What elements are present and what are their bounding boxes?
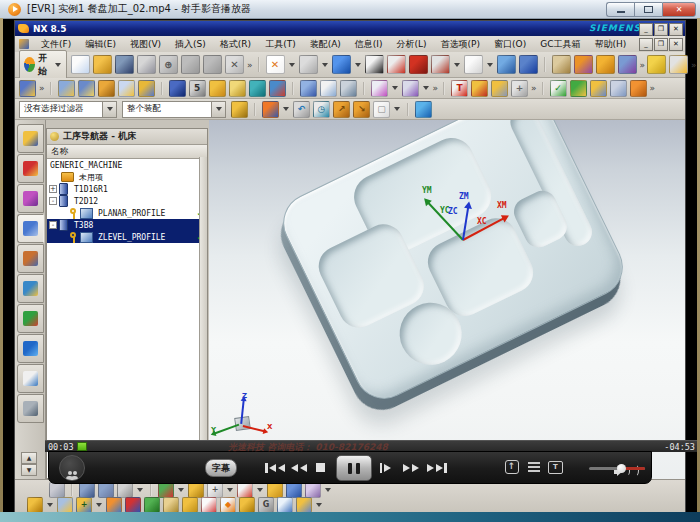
tree-row-planar-profile[interactable]: PLANAR_PROFILE ✓ xyxy=(47,207,207,219)
box-gold-plus-icon[interactable]: + xyxy=(76,497,92,513)
nx-minimize-button[interactable]: _ xyxy=(639,23,653,36)
navigator-column-header[interactable]: 名称 xyxy=(47,145,207,159)
print-icon[interactable] xyxy=(137,55,156,74)
dropdown-caret-icon[interactable] xyxy=(96,503,102,507)
cube-blue-icon[interactable] xyxy=(286,482,302,498)
tray-model[interactable] xyxy=(273,120,633,409)
dropdown-caret-icon[interactable] xyxy=(355,63,361,67)
generate-icon[interactable] xyxy=(169,80,186,97)
cut-disabled-icon[interactable] xyxy=(181,55,200,74)
sketch-icon[interactable] xyxy=(299,55,318,74)
dropdown-caret-icon[interactable] xyxy=(257,488,263,492)
playlist-button[interactable] xyxy=(526,460,541,474)
cam-axis-icon[interactable] xyxy=(19,80,36,97)
dropdown-caret-icon[interactable] xyxy=(454,63,460,67)
menu-assemblies[interactable]: 装配(A) xyxy=(303,38,348,51)
select-cursor-icon[interactable] xyxy=(371,80,388,97)
dropdown-caret-icon[interactable] xyxy=(178,488,184,492)
pan-view-icon[interactable] xyxy=(497,55,516,74)
tree-row-t2d12[interactable]: - T2D12 xyxy=(47,195,207,207)
new-part-icon[interactable] xyxy=(71,55,90,74)
cube-gold-plus-icon[interactable] xyxy=(57,497,73,513)
show-tool-path-icon[interactable] xyxy=(58,80,75,97)
plus-gray-icon[interactable]: + xyxy=(511,80,528,97)
progress-indicator[interactable] xyxy=(77,442,87,451)
pencil-orange-icon[interactable] xyxy=(106,497,122,513)
toolbar-overflow-button[interactable]: » xyxy=(650,83,655,93)
user-avatar-button[interactable] xyxy=(59,455,85,481)
menu-tools[interactable]: 工具(T) xyxy=(258,38,303,51)
stamp-gray-icon[interactable] xyxy=(49,482,65,498)
magnify-gold-icon[interactable] xyxy=(163,497,179,513)
diamond-orange-icon[interactable]: ◆ xyxy=(220,497,236,513)
machine-tool-navigator-tab[interactable] xyxy=(17,244,44,273)
verify-tool-path-icon[interactable] xyxy=(98,80,115,97)
arrow-down-icon[interactable]: ↘ xyxy=(353,101,370,118)
simulate-icon[interactable] xyxy=(118,80,135,97)
close-button[interactable]: ✕ xyxy=(662,2,696,17)
screenshot-button[interactable]: T xyxy=(548,460,563,474)
dropdown-caret-icon[interactable] xyxy=(227,488,233,492)
hook-gold-icon[interactable] xyxy=(239,497,255,513)
find-icon[interactable] xyxy=(618,55,637,74)
postprocess-icon[interactable] xyxy=(138,80,155,97)
part-navigator-tab[interactable] xyxy=(17,184,44,213)
menu-view[interactable]: 视图(V) xyxy=(123,38,168,51)
rewind-button[interactable] xyxy=(289,459,309,476)
reuse-library-tab[interactable] xyxy=(17,304,44,333)
menu-help[interactable]: 帮助(H) xyxy=(587,38,633,51)
menu-window[interactable]: 窗口(O) xyxy=(487,38,533,51)
collapse-minus-icon[interactable]: - xyxy=(49,197,57,205)
collapse-minus-icon[interactable]: - xyxy=(49,221,57,229)
open-icon[interactable] xyxy=(93,55,112,74)
link-gold-icon[interactable] xyxy=(188,482,204,498)
slider-knob[interactable] xyxy=(617,464,626,473)
next-button[interactable] xyxy=(426,459,448,476)
snap-burst-icon[interactable] xyxy=(231,101,248,118)
navigator-scrollbar[interactable] xyxy=(199,157,207,478)
sphere-pattern-icon[interactable] xyxy=(305,482,321,498)
blob-gold-icon[interactable] xyxy=(296,497,312,513)
check-green-icon[interactable]: ✓ xyxy=(550,80,567,97)
empty-view-icon[interactable] xyxy=(464,55,483,74)
teal-tool-icon[interactable] xyxy=(249,80,266,97)
delete-icon[interactable]: ✕ xyxy=(225,55,244,74)
menu-format[interactable]: 格式(R) xyxy=(213,38,258,51)
layer-bars-icon[interactable] xyxy=(647,55,666,74)
books-icon[interactable] xyxy=(269,80,286,97)
rotate-view-icon[interactable] xyxy=(519,55,538,74)
protractor-icon[interactable] xyxy=(669,55,688,74)
tree-row-generic-machine[interactable]: GENERIC_MACHINE xyxy=(47,159,207,171)
dropdown-caret-icon[interactable] xyxy=(423,86,429,90)
pointer-doc-icon[interactable] xyxy=(300,80,317,97)
clamp-gray-icon[interactable]: G xyxy=(258,497,274,513)
constraint-navigator-tab[interactable] xyxy=(17,154,44,183)
assembly-navigator-tab[interactable] xyxy=(17,124,44,153)
tree-row-zlevel-profile[interactable]: ZLEVEL_PROFILE ✓ xyxy=(47,231,207,243)
selection-filter-dropdown[interactable]: 没有选择过滤器 xyxy=(19,101,117,118)
table-gray-icon[interactable] xyxy=(117,482,133,498)
grid-blue-icon[interactable] xyxy=(277,497,293,513)
pattern-box-icon[interactable] xyxy=(590,80,607,97)
mdi-close-button[interactable]: ✕ xyxy=(669,38,683,51)
p-flag-icon[interactable] xyxy=(630,80,647,97)
arrow-up-icon[interactable]: ↗ xyxy=(333,101,350,118)
arc-center-icon[interactable] xyxy=(237,482,253,498)
stop-button[interactable] xyxy=(313,459,327,476)
dots-gold-icon[interactable] xyxy=(182,497,198,513)
spark-icon[interactable] xyxy=(596,55,615,74)
toolbar-overflow-button[interactable]: » xyxy=(531,83,536,93)
tree-row-t1d16r1[interactable]: + T1D16R1 xyxy=(47,183,207,195)
tree-row-t3b8[interactable]: - T3B8 xyxy=(47,219,207,231)
machining-5x-icon[interactable]: 5 xyxy=(189,80,206,97)
undo-icon[interactable]: ↶ xyxy=(293,101,310,118)
menu-edit[interactable]: 编辑(E) xyxy=(78,38,123,51)
pair-blue-icon[interactable] xyxy=(79,482,95,498)
check-box-icon[interactable] xyxy=(570,80,587,97)
menu-analysis[interactable]: 分析(L) xyxy=(390,38,434,51)
pair-blue2-icon[interactable] xyxy=(98,482,114,498)
tree-row-unused-items[interactable]: 未用项 xyxy=(47,171,207,183)
cylinder-gold-icon[interactable] xyxy=(267,482,283,498)
compass-icon[interactable]: ◷ xyxy=(313,101,330,118)
wcs-crosshair-icon[interactable]: ⊕ xyxy=(159,55,178,74)
